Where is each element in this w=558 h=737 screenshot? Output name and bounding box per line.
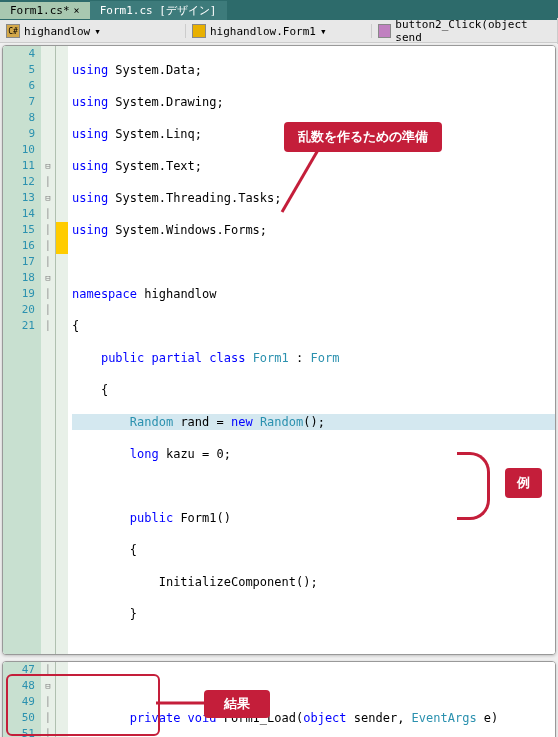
nav-class[interactable]: highandlow.Form1▾ <box>186 24 372 38</box>
result-highlight-box <box>6 674 160 736</box>
chevron-down-icon: ▾ <box>320 25 327 38</box>
callout-line-1 <box>280 148 320 218</box>
callout-example: 例 <box>505 468 542 498</box>
tab-form1-design[interactable]: Form1.cs [デザイン] <box>90 1 227 20</box>
method-icon <box>378 24 391 38</box>
fold-gutter[interactable]: ⊟│⊟││││⊟│││ <box>41 46 56 654</box>
chevron-down-icon: ▾ <box>94 25 101 38</box>
svg-line-0 <box>282 150 318 212</box>
nav-method[interactable]: button2_Click(object send <box>372 18 558 44</box>
breadcrumb: C#highandlow▾ highandlow.Form1▾ button2_… <box>0 20 558 43</box>
change-marks <box>56 46 68 654</box>
nav-project[interactable]: C#highandlow▾ <box>0 24 186 38</box>
callout-random-prep: 乱数を作るための準備 <box>284 122 442 152</box>
code-panel-1: 456789101112131415161718192021 ⊟│⊟││││⊟│… <box>2 45 556 655</box>
line-gutter: 456789101112131415161718192021 <box>3 46 41 654</box>
csharp-icon: C# <box>6 24 20 38</box>
bracket-example <box>457 452 490 520</box>
tab-form1-cs[interactable]: Form1.cs*× <box>0 2 90 19</box>
class-icon <box>192 24 206 38</box>
callout-line-2 <box>156 700 206 706</box>
editor-tabs: Form1.cs*× Form1.cs [デザイン] <box>0 0 558 20</box>
close-icon[interactable]: × <box>74 5 80 16</box>
callout-result: 結果 <box>204 690 270 718</box>
